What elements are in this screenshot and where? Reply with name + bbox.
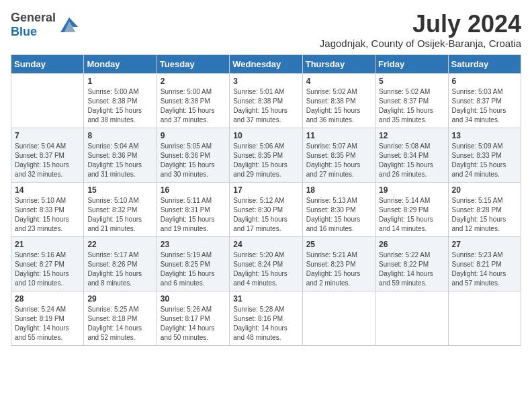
day-number: 28 xyxy=(15,294,80,304)
calendar-cell: 2Sunrise: 5:00 AMSunset: 8:38 PMDaylight… xyxy=(157,73,229,128)
day-number: 7 xyxy=(15,131,80,140)
weekday-header: Sunday xyxy=(11,54,84,73)
calendar-cell: 6Sunrise: 5:03 AMSunset: 8:37 PMDaylight… xyxy=(448,73,521,128)
weekday-header: Friday xyxy=(375,54,448,73)
day-number: 17 xyxy=(233,185,298,195)
weekday-header: Saturday xyxy=(448,54,521,73)
calendar-week-row: 7Sunrise: 5:04 AMSunset: 8:37 PMDaylight… xyxy=(11,128,521,182)
logo-general: General xyxy=(11,11,56,24)
day-number: 2 xyxy=(161,77,226,86)
day-number: 1 xyxy=(87,77,152,86)
logo-icon xyxy=(58,13,81,36)
calendar-cell: 13Sunrise: 5:09 AMSunset: 8:33 PMDayligh… xyxy=(448,128,521,182)
calendar-cell: 25Sunrise: 5:21 AMSunset: 8:23 PMDayligh… xyxy=(302,236,375,291)
calendar-cell: 7Sunrise: 5:04 AMSunset: 8:37 PMDaylight… xyxy=(11,128,84,182)
day-info: Sunrise: 5:02 AMSunset: 8:37 PMDaylight:… xyxy=(379,87,444,125)
day-info: Sunrise: 5:25 AMSunset: 8:18 PMDaylight:… xyxy=(87,305,152,342)
calendar-cell: 15Sunrise: 5:10 AMSunset: 8:32 PMDayligh… xyxy=(84,182,157,236)
day-number: 14 xyxy=(15,185,80,195)
day-info: Sunrise: 5:05 AMSunset: 8:36 PMDaylight:… xyxy=(161,142,226,179)
day-number: 13 xyxy=(452,131,517,140)
calendar-cell: 28Sunrise: 5:24 AMSunset: 8:19 PMDayligh… xyxy=(11,291,84,345)
calendar-cell: 24Sunrise: 5:20 AMSunset: 8:24 PMDayligh… xyxy=(230,236,302,291)
day-number: 20 xyxy=(452,185,517,195)
calendar-week-row: 21Sunrise: 5:16 AMSunset: 8:27 PMDayligh… xyxy=(11,236,521,291)
calendar-cell: 22Sunrise: 5:17 AMSunset: 8:26 PMDayligh… xyxy=(84,236,157,291)
logo-blue: Blue xyxy=(11,25,37,38)
day-info: Sunrise: 5:10 AMSunset: 8:33 PMDaylight:… xyxy=(15,196,80,234)
day-number: 4 xyxy=(306,77,371,86)
logo: General Blue xyxy=(11,11,81,38)
day-number: 15 xyxy=(87,185,152,195)
calendar-cell: 14Sunrise: 5:10 AMSunset: 8:33 PMDayligh… xyxy=(11,182,84,236)
day-info: Sunrise: 5:04 AMSunset: 8:37 PMDaylight:… xyxy=(15,142,80,179)
day-info: Sunrise: 5:19 AMSunset: 8:25 PMDaylight:… xyxy=(161,250,226,288)
day-info: Sunrise: 5:14 AMSunset: 8:29 PMDaylight:… xyxy=(379,196,444,234)
calendar-cell: 9Sunrise: 5:05 AMSunset: 8:36 PMDaylight… xyxy=(157,128,229,182)
day-number: 18 xyxy=(306,185,371,195)
day-info: Sunrise: 5:28 AMSunset: 8:16 PMDaylight:… xyxy=(233,305,298,342)
calendar-week-row: 14Sunrise: 5:10 AMSunset: 8:33 PMDayligh… xyxy=(11,182,521,236)
calendar-cell: 17Sunrise: 5:12 AMSunset: 8:30 PMDayligh… xyxy=(230,182,302,236)
month-year-title: July 2024 xyxy=(320,11,521,38)
day-number: 22 xyxy=(87,240,152,249)
day-info: Sunrise: 5:17 AMSunset: 8:26 PMDaylight:… xyxy=(87,250,152,288)
day-number: 11 xyxy=(306,131,371,140)
calendar-cell: 3Sunrise: 5:01 AMSunset: 8:38 PMDaylight… xyxy=(230,73,302,128)
calendar-table: SundayMondayTuesdayWednesdayThursdayFrid… xyxy=(11,54,521,346)
day-number: 24 xyxy=(233,240,298,249)
calendar-cell: 29Sunrise: 5:25 AMSunset: 8:18 PMDayligh… xyxy=(84,291,157,345)
day-number: 30 xyxy=(161,294,226,304)
calendar-cell: 19Sunrise: 5:14 AMSunset: 8:29 PMDayligh… xyxy=(375,182,448,236)
day-number: 8 xyxy=(87,131,152,140)
day-number: 27 xyxy=(452,240,517,249)
day-info: Sunrise: 5:20 AMSunset: 8:24 PMDaylight:… xyxy=(233,250,298,288)
day-info: Sunrise: 5:13 AMSunset: 8:30 PMDaylight:… xyxy=(306,196,371,234)
calendar-cell xyxy=(448,291,521,345)
calendar-header-row: SundayMondayTuesdayWednesdayThursdayFrid… xyxy=(11,54,521,73)
day-number: 10 xyxy=(233,131,298,140)
day-number: 12 xyxy=(379,131,444,140)
calendar-cell xyxy=(302,291,375,345)
day-number: 26 xyxy=(379,240,444,249)
calendar-cell: 8Sunrise: 5:04 AMSunset: 8:36 PMDaylight… xyxy=(84,128,157,182)
calendar-cell: 30Sunrise: 5:26 AMSunset: 8:17 PMDayligh… xyxy=(157,291,229,345)
calendar-cell: 1Sunrise: 5:00 AMSunset: 8:38 PMDaylight… xyxy=(84,73,157,128)
day-info: Sunrise: 5:00 AMSunset: 8:38 PMDaylight:… xyxy=(161,87,226,125)
day-info: Sunrise: 5:22 AMSunset: 8:22 PMDaylight:… xyxy=(379,250,444,288)
weekday-header: Thursday xyxy=(302,54,375,73)
day-info: Sunrise: 5:15 AMSunset: 8:28 PMDaylight:… xyxy=(452,196,517,234)
day-number: 29 xyxy=(87,294,152,304)
day-number: 16 xyxy=(161,185,226,195)
day-info: Sunrise: 5:03 AMSunset: 8:37 PMDaylight:… xyxy=(452,87,517,125)
location-subtitle: Jagodnjak, County of Osijek-Baranja, Cro… xyxy=(320,38,521,49)
title-block: July 2024 Jagodnjak, County of Osijek-Ba… xyxy=(320,11,521,49)
day-number: 21 xyxy=(15,240,80,249)
day-number: 25 xyxy=(306,240,371,249)
day-number: 23 xyxy=(161,240,226,249)
day-info: Sunrise: 5:26 AMSunset: 8:17 PMDaylight:… xyxy=(161,305,226,342)
day-info: Sunrise: 5:08 AMSunset: 8:34 PMDaylight:… xyxy=(379,142,444,179)
calendar-cell: 27Sunrise: 5:23 AMSunset: 8:21 PMDayligh… xyxy=(448,236,521,291)
day-info: Sunrise: 5:00 AMSunset: 8:38 PMDaylight:… xyxy=(87,87,152,125)
calendar-cell xyxy=(11,73,84,128)
calendar-cell: 4Sunrise: 5:02 AMSunset: 8:38 PMDaylight… xyxy=(302,73,375,128)
weekday-header: Monday xyxy=(84,54,157,73)
day-number: 3 xyxy=(233,77,298,86)
weekday-header: Tuesday xyxy=(157,54,229,73)
calendar-cell: 5Sunrise: 5:02 AMSunset: 8:37 PMDaylight… xyxy=(375,73,448,128)
day-info: Sunrise: 5:06 AMSunset: 8:35 PMDaylight:… xyxy=(233,142,298,179)
day-number: 19 xyxy=(379,185,444,195)
calendar-cell: 12Sunrise: 5:08 AMSunset: 8:34 PMDayligh… xyxy=(375,128,448,182)
day-number: 6 xyxy=(452,77,517,86)
day-info: Sunrise: 5:07 AMSunset: 8:35 PMDaylight:… xyxy=(306,142,371,179)
day-info: Sunrise: 5:10 AMSunset: 8:32 PMDaylight:… xyxy=(87,196,152,234)
page-header: General Blue July 2024 Jagodnjak, County… xyxy=(11,11,521,49)
calendar-cell: 31Sunrise: 5:28 AMSunset: 8:16 PMDayligh… xyxy=(230,291,302,345)
calendar-cell: 10Sunrise: 5:06 AMSunset: 8:35 PMDayligh… xyxy=(230,128,302,182)
day-number: 31 xyxy=(233,294,298,304)
calendar-cell: 23Sunrise: 5:19 AMSunset: 8:25 PMDayligh… xyxy=(157,236,229,291)
calendar-cell: 21Sunrise: 5:16 AMSunset: 8:27 PMDayligh… xyxy=(11,236,84,291)
day-info: Sunrise: 5:24 AMSunset: 8:19 PMDaylight:… xyxy=(15,305,80,342)
calendar-cell: 16Sunrise: 5:11 AMSunset: 8:31 PMDayligh… xyxy=(157,182,229,236)
